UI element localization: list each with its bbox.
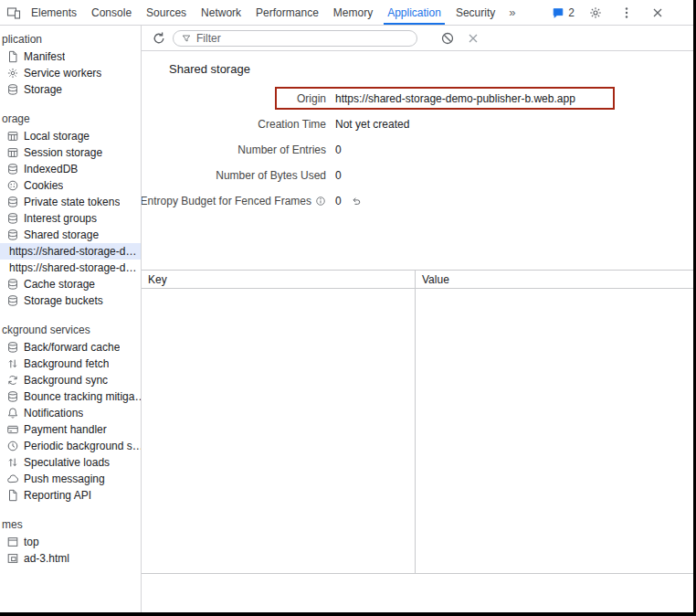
tab-security[interactable]: Security (448, 0, 502, 25)
meta-label: Creation Time (149, 116, 326, 133)
sidebar-item-interest-groups[interactable]: Interest groups (0, 210, 141, 227)
gear-icon (6, 67, 19, 80)
sidebar-item-label: Private state tokens (24, 196, 120, 208)
issues-counter[interactable]: 2 (552, 6, 575, 19)
sidebar-item-local-storage[interactable]: Local storage (0, 128, 141, 144)
tab-memory[interactable]: Memory (326, 0, 380, 25)
column-header-key[interactable]: Key (142, 271, 416, 288)
sidebar-item-bounce-tracking-mitiga[interactable]: Bounce tracking mitiga… (0, 388, 141, 405)
sidebar-item-periodic-background-s[interactable]: Periodic background s… (0, 438, 141, 454)
sidebar-item-label: Cookies (24, 179, 63, 192)
sidebar-item-manifest[interactable]: Manifest (0, 48, 141, 65)
column-header-value[interactable]: Value (416, 271, 693, 288)
issues-icon (552, 6, 564, 19)
sidebar-item-speculative-loads[interactable]: Speculative loads (0, 454, 141, 471)
meta-value: 0 (335, 193, 693, 209)
entries-table-header: Key Value (142, 271, 693, 289)
entries-table: Key Value (142, 270, 693, 574)
table-icon (6, 146, 19, 159)
sidebar-item-label: Local storage (24, 130, 90, 143)
sidebar-item-label: Background fetch (24, 357, 109, 370)
more-tabs-button[interactable]: » (502, 5, 522, 19)
table-icon (6, 130, 19, 143)
sidebar-item-reporting-api[interactable]: Reporting API (0, 487, 141, 504)
tab-console[interactable]: Console (84, 0, 139, 25)
meta-value: 0 (335, 167, 693, 184)
sidebar-item-service-workers[interactable]: Service workers (0, 65, 141, 81)
bell-icon (6, 407, 19, 420)
sidebar-item-storage[interactable]: Storage (0, 81, 141, 98)
tab-performance[interactable]: Performance (248, 0, 326, 25)
sidebar-item-label: top (24, 536, 39, 548)
sidebar-item-https-shared-storage-d[interactable]: https://shared-storage-d… (0, 243, 141, 260)
application-sidebar: plicationManifestService workersStorageo… (0, 26, 142, 612)
meta-value: 0 (335, 142, 693, 158)
tab-application[interactable]: Application (380, 0, 448, 25)
delete-selected-button[interactable] (463, 28, 483, 48)
db-icon (6, 294, 19, 307)
tabbar-actions: 2 (552, 3, 693, 23)
tab-network[interactable]: Network (194, 0, 248, 25)
filter-input[interactable] (196, 32, 409, 45)
meta-value: https://shared-storage-demo-publisher-b.… (335, 90, 693, 107)
sidebar-item-cookies[interactable]: Cookies (0, 177, 141, 194)
metadata-grid: Originhttps://shared-storage-demo-publis… (149, 90, 693, 209)
db-icon (6, 278, 19, 291)
sidebar-item-storage-buckets[interactable]: Storage buckets (0, 292, 141, 309)
issues-count: 2 (568, 6, 575, 19)
sidebar-item-payment-handler[interactable]: Payment handler (0, 421, 141, 438)
tab-sources[interactable]: Sources (139, 0, 194, 25)
sidebar-item-label: Background sync (24, 374, 108, 387)
db-icon (6, 390, 19, 403)
sidebar-item-back-forward-cache[interactable]: Back/forward cache (0, 339, 141, 356)
sidebar-item-session-storage[interactable]: Session storage (0, 144, 141, 161)
info-icon[interactable] (315, 196, 326, 207)
entries-table-body (142, 289, 693, 574)
shared-storage-panel: Shared storage Originhttps://shared-stor… (142, 26, 693, 612)
sidebar-item-shared-storage[interactable]: Shared storage (0, 227, 141, 243)
sidebar-section-header: mes (0, 516, 141, 533)
db-icon (6, 212, 19, 225)
sidebar-item-label: Reporting API (24, 489, 91, 502)
sidebar-item-ad-3-html[interactable]: ad-3.html (0, 550, 141, 567)
filter-box[interactable] (173, 30, 417, 47)
sidebar-item-label: https://shared-storage-d… (9, 245, 136, 258)
sidebar-item-notifications[interactable]: Notifications (0, 405, 141, 421)
storage-toolbar (142, 26, 693, 51)
more-options-button[interactable] (617, 3, 637, 23)
sidebar-item-background-sync[interactable]: Background sync (0, 372, 141, 388)
sidebar-item-label: Periodic background s… (24, 440, 141, 452)
sidebar-item-label: Push messaging (24, 473, 105, 485)
shared-storage-view: Shared storage Originhttps://shared-stor… (142, 51, 693, 612)
view-title: Shared storage (169, 62, 693, 76)
toggle-device-toolbar-icon[interactable] (4, 3, 24, 23)
sidebar-item-background-fetch[interactable]: Background fetch (0, 356, 141, 372)
delete-all-button[interactable] (438, 28, 458, 48)
sidebar-item-top[interactable]: top (0, 534, 141, 550)
sidebar-item-label: Service workers (24, 67, 101, 80)
tab-elements[interactable]: Elements (24, 0, 84, 25)
sidebar-item-private-state-tokens[interactable]: Private state tokens (0, 194, 141, 210)
meta-label: Number of Bytes Used (149, 167, 326, 184)
sidebar-section-header: plication (0, 31, 141, 48)
close-devtools-button[interactable] (648, 3, 668, 23)
settings-button[interactable] (585, 3, 606, 23)
db-icon (6, 83, 19, 96)
sidebar-item-indexeddb[interactable]: IndexedDB (0, 161, 141, 177)
cookie-icon (6, 179, 19, 192)
sidebar-item-label: Speculative loads (24, 456, 110, 469)
sidebar-item-label: Notifications (24, 407, 83, 420)
iframe-icon (6, 552, 19, 565)
panel-layout: plicationManifestService workersStorageo… (0, 26, 693, 612)
db-icon (6, 196, 19, 208)
reset-budget-icon[interactable] (351, 196, 362, 207)
db-icon (6, 228, 19, 241)
filter-icon (181, 33, 192, 44)
refresh-button[interactable] (149, 28, 169, 48)
sidebar-item-label: https://shared-storage-d… (9, 261, 136, 274)
sync-icon (6, 374, 19, 387)
sidebar-item-https-shared-storage-d[interactable]: https://shared-storage-d… (0, 260, 141, 276)
devtools-window: ElementsConsoleSourcesNetworkPerformance… (0, 0, 696, 616)
sidebar-item-push-messaging[interactable]: Push messaging (0, 471, 141, 487)
sidebar-item-cache-storage[interactable]: Cache storage (0, 276, 141, 292)
